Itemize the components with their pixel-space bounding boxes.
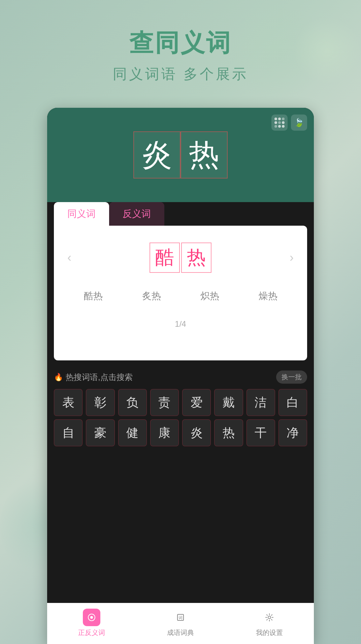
svg-point-4 bbox=[268, 616, 271, 619]
synonym-item-1[interactable]: 炙热 bbox=[142, 290, 161, 302]
current-synonym-word: 酷 热 bbox=[150, 243, 211, 273]
top-section: 🍃 炎 热 bbox=[47, 108, 314, 202]
nav-item-idiom[interactable]: 词 成语词典 bbox=[167, 609, 194, 637]
nav-label-idiom: 成语词典 bbox=[167, 628, 194, 637]
sub-title: 同义词语 多个展示 bbox=[0, 65, 361, 84]
refresh-button[interactable]: 换一批 bbox=[276, 371, 307, 384]
char-cell-7[interactable]: 白 bbox=[278, 389, 307, 416]
char-cell-15[interactable]: 净 bbox=[278, 419, 307, 446]
char-cell-0[interactable]: 表 bbox=[54, 389, 83, 416]
char-cell-6[interactable]: 洁 bbox=[247, 389, 275, 416]
svg-text:词: 词 bbox=[178, 615, 183, 620]
char-cell-13[interactable]: 热 bbox=[214, 419, 243, 446]
char-cell-1[interactable]: 彰 bbox=[86, 389, 114, 416]
synonym-item-0[interactable]: 酷热 bbox=[84, 290, 103, 302]
synonym-nav-icon bbox=[83, 609, 100, 626]
char-cell-10[interactable]: 健 bbox=[118, 419, 147, 446]
tab-synonym[interactable]: 同义词 bbox=[54, 202, 109, 226]
char-cell-14[interactable]: 干 bbox=[247, 419, 275, 446]
hot-search-label: 🔥 热搜词语,点击搜索 bbox=[54, 372, 133, 383]
hot-search-section: 🔥 热搜词语,点击搜索 换一批 表 彰 负 责 爱 戴 洁 白 自 豪 健 康 … bbox=[47, 364, 314, 453]
search-char2: 热 bbox=[180, 131, 228, 179]
content-card: ‹ 酷 热 › 酷热 炙热 炽热 燥热 1/4 bbox=[54, 226, 307, 360]
syn-char1: 酷 bbox=[150, 243, 180, 273]
fire-icon: 🔥 bbox=[54, 373, 63, 382]
tab-antonym[interactable]: 反义词 bbox=[109, 202, 164, 226]
nav-label-settings: 我的设置 bbox=[256, 628, 283, 637]
char-cell-9[interactable]: 豪 bbox=[86, 419, 114, 446]
nav-item-synonym[interactable]: 正反义词 bbox=[78, 609, 105, 637]
idiom-nav-icon: 词 bbox=[172, 609, 189, 626]
hot-search-header: 🔥 热搜词语,点击搜索 换一批 bbox=[54, 371, 307, 384]
char-grid-row1: 表 彰 负 责 爱 戴 洁 白 bbox=[54, 389, 307, 419]
synonym-item-3[interactable]: 燥热 bbox=[259, 290, 277, 302]
top-icons: 🍃 bbox=[271, 115, 307, 131]
char-cell-5[interactable]: 戴 bbox=[214, 389, 243, 416]
prev-arrow[interactable]: ‹ bbox=[64, 247, 75, 268]
bottom-nav: 正反义词 词 成语词典 我的设置 bbox=[47, 603, 314, 644]
synonym-list: 酷热 炙热 炽热 燥热 bbox=[61, 280, 300, 313]
svg-point-1 bbox=[90, 616, 93, 619]
syn-char2: 热 bbox=[181, 243, 211, 273]
main-word-display: 炎 热 bbox=[57, 131, 304, 179]
search-char1: 炎 bbox=[133, 131, 180, 179]
nav-label-synonym: 正反义词 bbox=[78, 628, 105, 637]
title-area: 查同义词 同义词语 多个展示 bbox=[0, 27, 361, 84]
leaf-icon[interactable]: 🍃 bbox=[291, 115, 307, 131]
main-title: 查同义词 bbox=[0, 27, 361, 59]
nav-item-settings[interactable]: 我的设置 bbox=[256, 609, 283, 637]
char-cell-3[interactable]: 责 bbox=[150, 389, 179, 416]
pagination: 1/4 bbox=[61, 313, 300, 335]
dots-icon[interactable] bbox=[271, 115, 288, 131]
tabs-row: 同义词 反义词 bbox=[47, 202, 314, 226]
char-cell-2[interactable]: 负 bbox=[118, 389, 147, 416]
hot-search-text: 热搜词语,点击搜索 bbox=[66, 372, 133, 383]
synonym-display: ‹ 酷 热 › bbox=[61, 236, 300, 280]
next-arrow[interactable]: › bbox=[286, 247, 297, 268]
synonym-item-2[interactable]: 炽热 bbox=[200, 290, 219, 302]
char-grid-row2: 自 豪 健 康 炎 热 干 净 bbox=[54, 419, 307, 450]
settings-nav-icon bbox=[261, 609, 278, 626]
char-cell-12[interactable]: 炎 bbox=[182, 419, 211, 446]
char-cell-4[interactable]: 爱 bbox=[182, 389, 211, 416]
char-cell-8[interactable]: 自 bbox=[54, 419, 83, 446]
tabs-section: 同义词 反义词 bbox=[47, 202, 314, 226]
char-cell-11[interactable]: 康 bbox=[150, 419, 179, 446]
app-container: 🍃 炎 热 同义词 反义词 ‹ 酷 热 › 酷热 炙热 炽热 燥 bbox=[47, 108, 314, 644]
